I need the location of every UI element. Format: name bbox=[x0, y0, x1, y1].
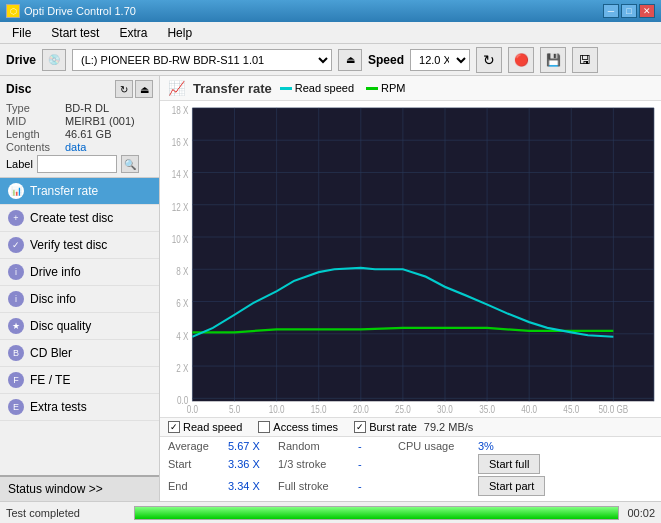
nav-item-create-test-disc[interactable]: + Create test disc bbox=[0, 205, 159, 232]
nav-item-verify-test-disc[interactable]: ✓ Verify test disc bbox=[0, 232, 159, 259]
access-times-checkbox[interactable] bbox=[258, 421, 270, 433]
disc-section: Disc ↻ ⏏ Type BD-R DL MID MEIRB1 (001) L… bbox=[0, 76, 159, 178]
chart-svg: 18 X 16 X 14 X 12 X 10 X 8 X 6 X 4 X 2 X… bbox=[162, 105, 659, 413]
status-time: 00:02 bbox=[627, 507, 655, 519]
legend-read-speed-label: Read speed bbox=[295, 82, 354, 94]
svg-rect-0 bbox=[192, 108, 654, 401]
svg-text:16 X: 16 X bbox=[172, 136, 189, 149]
label-input[interactable] bbox=[37, 155, 117, 173]
svg-text:14 X: 14 X bbox=[172, 168, 189, 181]
legend-rpm-label: RPM bbox=[381, 82, 405, 94]
disc-eject-btn[interactable]: ⏏ bbox=[135, 80, 153, 98]
nav-label-create-test-disc: Create test disc bbox=[30, 211, 113, 225]
nav-item-disc-quality[interactable]: ★ Disc quality bbox=[0, 313, 159, 340]
maximize-button[interactable]: □ bbox=[621, 4, 637, 18]
nav-item-cd-bler[interactable]: B CD Bler bbox=[0, 340, 159, 367]
menu-start-test[interactable]: Start test bbox=[43, 24, 107, 42]
nav-label-extra-tests: Extra tests bbox=[30, 400, 87, 414]
minimize-button[interactable]: ─ bbox=[603, 4, 619, 18]
disc-refresh-btn[interactable]: ↻ bbox=[115, 80, 133, 98]
nav-section: 📊 Transfer rate + Create test disc ✓ Ver… bbox=[0, 178, 159, 475]
status-text: Test completed bbox=[6, 507, 126, 519]
nav-label-cd-bler: CD Bler bbox=[30, 346, 72, 360]
drive-icon-btn[interactable]: 💿 bbox=[42, 49, 66, 71]
stats-row-average: Average 5.67 X Random - CPU usage 3% bbox=[168, 440, 653, 452]
access-times-checkbox-item[interactable]: Access times bbox=[258, 421, 338, 433]
svg-text:35.0: 35.0 bbox=[479, 403, 495, 413]
mid-value: MEIRB1 (001) bbox=[65, 115, 135, 127]
start-value: 3.36 X bbox=[228, 458, 278, 470]
nav-item-disc-info[interactable]: i Disc info bbox=[0, 286, 159, 313]
average-value: 5.67 X bbox=[228, 440, 278, 452]
legend-read-speed: Read speed bbox=[280, 82, 354, 94]
menu-extra[interactable]: Extra bbox=[111, 24, 155, 42]
save-icon-btn[interactable]: 🖫 bbox=[572, 47, 598, 73]
nav-item-drive-info[interactable]: i Drive info bbox=[0, 259, 159, 286]
burst-rate-checkbox[interactable]: ✓ bbox=[354, 421, 366, 433]
speed-select[interactable]: 12.0 X ↓ bbox=[410, 49, 470, 71]
create-test-disc-icon: + bbox=[8, 210, 24, 226]
svg-text:5.0: 5.0 bbox=[229, 403, 241, 413]
contents-label: Contents bbox=[6, 141, 61, 153]
nav-label-transfer-rate: Transfer rate bbox=[30, 184, 98, 198]
eject-button[interactable]: ⏏ bbox=[338, 49, 362, 71]
close-button[interactable]: ✕ bbox=[639, 4, 655, 18]
burst-rate-legend-label: Burst rate bbox=[369, 421, 417, 433]
nav-label-fe-te: FE / TE bbox=[30, 373, 70, 387]
chart-icon: 📈 bbox=[168, 80, 185, 96]
start-full-button[interactable]: Start full bbox=[478, 454, 540, 474]
nav-item-extra-tests[interactable]: E Extra tests bbox=[0, 394, 159, 421]
disc-icon-btn[interactable]: 💾 bbox=[540, 47, 566, 73]
read-speed-checkbox[interactable]: ✓ bbox=[168, 421, 180, 433]
sidebar: Disc ↻ ⏏ Type BD-R DL MID MEIRB1 (001) L… bbox=[0, 76, 160, 501]
svg-text:4 X: 4 X bbox=[176, 329, 188, 342]
full-stroke-value: - bbox=[358, 480, 398, 492]
disc-info-icon: i bbox=[8, 291, 24, 307]
cpu-usage-label: CPU usage bbox=[398, 440, 478, 452]
disc-quality-icon: ★ bbox=[8, 318, 24, 334]
average-label: Average bbox=[168, 440, 228, 452]
svg-text:10 X: 10 X bbox=[172, 232, 189, 245]
full-stroke-label: Full stroke bbox=[278, 480, 358, 492]
menu-file[interactable]: File bbox=[4, 24, 39, 42]
refresh-icon-btn[interactable]: ↻ bbox=[476, 47, 502, 73]
nav-label-disc-quality: Disc quality bbox=[30, 319, 91, 333]
one-third-value: - bbox=[358, 458, 398, 470]
drive-select[interactable]: (L:) PIONEER BD-RW BDR-S11 1.01 bbox=[72, 49, 332, 71]
svg-text:40.0: 40.0 bbox=[521, 403, 537, 413]
legend-cyan-dot bbox=[280, 87, 292, 90]
menu-help[interactable]: Help bbox=[159, 24, 200, 42]
settings-icon-btn[interactable]: 🔴 bbox=[508, 47, 534, 73]
svg-text:30.0: 30.0 bbox=[437, 403, 453, 413]
verify-test-disc-icon: ✓ bbox=[8, 237, 24, 253]
drive-label: Drive bbox=[6, 53, 36, 67]
nav-label-drive-info: Drive info bbox=[30, 265, 81, 279]
type-value: BD-R DL bbox=[65, 102, 109, 114]
status-window-button[interactable]: Status window >> bbox=[0, 475, 159, 501]
svg-text:18 X: 18 X bbox=[172, 105, 189, 116]
length-label: Length bbox=[6, 128, 61, 140]
nav-item-fe-te[interactable]: F FE / TE bbox=[0, 367, 159, 394]
svg-text:2 X: 2 X bbox=[176, 361, 188, 374]
disc-section-label: Disc bbox=[6, 82, 31, 96]
random-value: - bbox=[358, 440, 398, 452]
svg-text:15.0: 15.0 bbox=[311, 403, 327, 413]
svg-text:8 X: 8 X bbox=[176, 265, 188, 278]
start-part-button[interactable]: Start part bbox=[478, 476, 545, 496]
read-speed-checkbox-item[interactable]: ✓ Read speed bbox=[168, 421, 242, 433]
progress-bar-container bbox=[134, 506, 619, 520]
start-label: Start bbox=[168, 458, 228, 470]
nav-label-verify-test-disc: Verify test disc bbox=[30, 238, 107, 252]
nav-item-transfer-rate[interactable]: 📊 Transfer rate bbox=[0, 178, 159, 205]
label-label: Label bbox=[6, 158, 33, 170]
label-search-btn[interactable]: 🔍 bbox=[121, 155, 139, 173]
contents-value: data bbox=[65, 141, 86, 153]
read-speed-legend-label: Read speed bbox=[183, 421, 242, 433]
random-label: Random bbox=[278, 440, 358, 452]
svg-text:45.0: 45.0 bbox=[563, 403, 579, 413]
burst-rate-checkbox-item[interactable]: ✓ Burst rate 79.2 MB/s bbox=[354, 421, 473, 433]
status-bar: Test completed 00:02 bbox=[0, 501, 661, 523]
chart-container: 18 X 16 X 14 X 12 X 10 X 8 X 6 X 4 X 2 X… bbox=[160, 101, 661, 417]
nav-label-disc-info: Disc info bbox=[30, 292, 76, 306]
status-window-label: Status window >> bbox=[8, 482, 103, 496]
